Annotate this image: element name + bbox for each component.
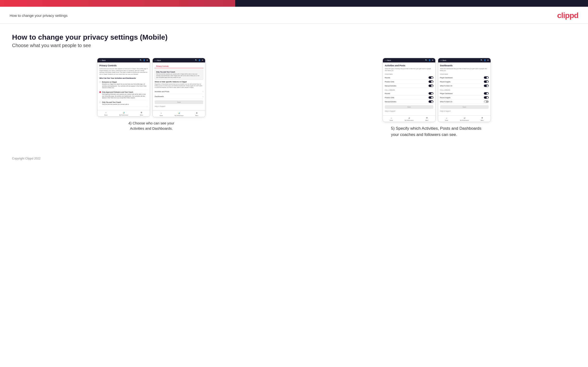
page-subtitle: Choose what you want people to see: [12, 43, 576, 48]
activities-posts-row[interactable]: Activities and Posts ›: [155, 89, 203, 94]
show-hide-title: Show or hide specific features in Clippd: [155, 81, 203, 83]
menu-icon-3: ☰: [426, 117, 428, 119]
coaches-manual-toggle[interactable]: [429, 84, 433, 87]
back-button-2[interactable]: ‹ < Back: [155, 59, 161, 61]
radio-coach-only[interactable]: Only You and Your Coach Only you and the…: [99, 100, 148, 107]
page-title: How to change your privacy settings (Mob…: [12, 33, 576, 41]
bottom-nav-performance-3[interactable]: 📊 My Performance: [405, 117, 414, 121]
mockup2-content: Privacy Controls Only You and Your Coach…: [153, 62, 205, 109]
search-icon[interactable]: 🔍: [140, 59, 142, 61]
chart-icon-4: 📊: [463, 117, 466, 119]
tab-bar-2: Privacy Controls: [155, 64, 203, 68]
radio-approved[interactable]: Only Approved Followers and Your Coach O…: [99, 90, 148, 100]
back-button-4[interactable]: ‹ < Back: [440, 59, 446, 61]
followers-what-work-label: What To Work On: [440, 101, 452, 103]
privacy-box-desc: Only you and the coaches you connect wit…: [156, 73, 202, 78]
bottom-nav-performance[interactable]: 📊 My Performance: [119, 111, 128, 116]
chart-icon-2: 📊: [178, 112, 180, 114]
privacy-controls-desc: Control how you and your data appears to…: [99, 68, 148, 75]
mockup1-bottom-nav: ⌂ Home 📊 My Performance ☰ Menu: [97, 110, 150, 117]
settings-icon-3[interactable]: ⚙: [432, 59, 433, 61]
show-hide-desc: Regardless of the privacy controls that …: [155, 83, 203, 88]
back-label: < Back: [101, 59, 106, 61]
save-button-3[interactable]: Save: [385, 105, 433, 109]
privacy-controls-title: Privacy Controls: [99, 64, 148, 67]
bottom-nav-menu-2[interactable]: ☰ Menu: [195, 112, 199, 116]
settings-icon[interactable]: ⚙: [147, 59, 148, 61]
section-group-right: ‹ < Back 🔍 👤 ⚙ Activities and Posts Sele…: [297, 58, 576, 138]
nav-icons: 🔍 👤 ⚙: [140, 59, 148, 61]
followers-drills-row: Practice Drills: [385, 96, 433, 100]
followers-what-work-row: What To Work On: [440, 100, 489, 104]
nav-icons-3: 🔍 👤 ⚙: [425, 59, 433, 61]
coaches-round-insights-toggle[interactable]: [484, 80, 489, 83]
followers-drills-label: Practice Drills: [385, 97, 394, 99]
save-button-4[interactable]: Save: [440, 105, 489, 109]
user-icon-4[interactable]: 👤: [484, 59, 486, 61]
back-button-3[interactable]: ‹ < Back: [385, 59, 391, 61]
coaches-drills-toggle[interactable]: [429, 80, 433, 83]
mockup1-nav: ‹ < Back 🔍 👤 ⚙: [97, 58, 150, 62]
user-icon[interactable]: 👤: [143, 59, 145, 61]
dashboards-row[interactable]: Dashboards ›: [155, 94, 203, 99]
followers-player-dash-row: Player Dashboard: [440, 92, 489, 96]
copyright: Copyright Clippd 2022: [12, 157, 41, 160]
coaches-rounds-row: Rounds: [385, 76, 433, 80]
bottom-nav-home[interactable]: ⌂ Home: [104, 111, 107, 116]
coaches-what-work-toggle[interactable]: [484, 84, 489, 87]
bottom-nav-home-2[interactable]: ⌂ Home: [160, 112, 163, 116]
settings-icon-4[interactable]: ⚙: [487, 59, 489, 61]
radio-everyone[interactable]: Everyone on Clippd Everyone on Clippd ca…: [99, 80, 148, 90]
back-button[interactable]: ‹ < Back: [99, 59, 106, 61]
privacy-tooltip: Only You and Your Coach Only you and the…: [155, 70, 203, 80]
followers-rounds-toggle[interactable]: [429, 92, 433, 95]
header: How to change your privacy settings clip…: [0, 7, 588, 24]
coaches-what-work-label: What To Work On: [440, 85, 452, 87]
followers-label-4: FOLLOWERS: [440, 89, 489, 91]
coaches-drills-label: Practice Drills: [385, 81, 394, 83]
radio-approved-text: Only Approved Followers and Your Coach O…: [102, 91, 148, 99]
followers-round-insights-toggle[interactable]: [484, 96, 489, 99]
followers-player-dash-toggle[interactable]: [484, 92, 489, 95]
bottom-nav-performance-4[interactable]: 📊 My Performance: [460, 117, 469, 121]
menu-icon: ☰: [140, 111, 143, 114]
coaches-player-dash-toggle[interactable]: [484, 76, 489, 79]
privacy-controls-tab[interactable]: Privacy Controls: [155, 64, 170, 68]
caption-2: 5) Specify which Activities, Posts and D…: [391, 125, 482, 138]
user-icon-2[interactable]: 👤: [199, 59, 200, 61]
settings-icon-2[interactable]: ⚙: [202, 59, 203, 61]
user-icon-3[interactable]: 👤: [429, 59, 431, 61]
followers-what-work-toggle[interactable]: [484, 100, 489, 103]
bottom-nav-performance-2[interactable]: 📊 My Performance: [175, 112, 183, 116]
mockup-1: ‹ < Back 🔍 👤 ⚙ Privacy Controls Control …: [97, 58, 150, 117]
followers-label-3: FOLLOWERS: [385, 89, 433, 91]
followers-player-dash-label: Player Dashboard: [440, 93, 453, 94]
back-chevron-4: ‹: [440, 59, 441, 61]
search-icon-3[interactable]: 🔍: [425, 59, 427, 61]
who-can-see-title: Who Can See Your Activities and Dashboar…: [99, 77, 148, 79]
bottom-nav-menu[interactable]: ☰ Menu: [140, 111, 143, 116]
main-content: How to change your privacy settings (Mob…: [0, 24, 588, 152]
followers-drills-toggle[interactable]: [429, 96, 433, 99]
search-icon-4[interactable]: 🔍: [481, 59, 483, 61]
back-label-2: < Back: [156, 59, 161, 61]
search-icon-2[interactable]: 🔍: [195, 59, 197, 61]
bottom-nav-menu-3[interactable]: ☰ Menu: [425, 117, 429, 121]
logo: clippd: [557, 11, 578, 20]
coaches-drills-row: Practice Drills: [385, 80, 433, 84]
breadcrumb: How to change your privacy settings: [10, 13, 68, 17]
coaches-manual-row: Manual Activities: [385, 84, 433, 88]
back-chevron-2: ‹: [155, 59, 155, 61]
home-icon-4: ⌂: [445, 117, 448, 119]
mockup-pair-right: ‹ < Back 🔍 👤 ⚙ Activities and Posts Sele…: [383, 58, 491, 122]
bottom-nav-home-4[interactable]: ⌂ Home: [445, 117, 448, 121]
bottom-nav-home-3[interactable]: ⌂ Home: [389, 117, 393, 121]
bottom-nav-menu-4[interactable]: ☰ Menu: [481, 117, 484, 121]
followers-manual-toggle[interactable]: [429, 100, 433, 103]
activities-posts-title: Activities and Posts: [385, 64, 433, 67]
nav-icons-2: 🔍 👤 ⚙: [195, 59, 203, 61]
chart-icon: 📊: [123, 111, 125, 114]
coaches-rounds-toggle[interactable]: [429, 76, 433, 79]
coaches-player-dash-label: Player Dashboard: [440, 77, 453, 79]
save-button-2[interactable]: Save: [155, 100, 203, 104]
